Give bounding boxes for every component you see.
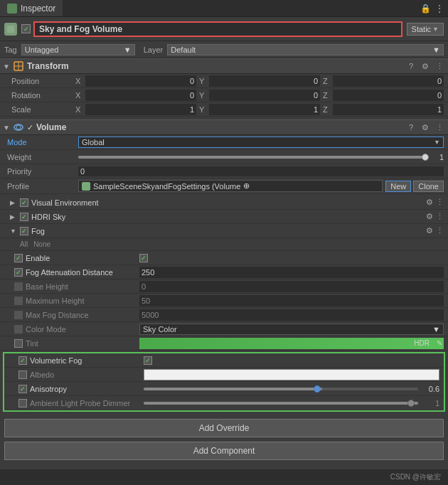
color-mode-arrow: ▼	[432, 325, 440, 334]
ambient-track[interactable]	[144, 402, 418, 405]
position-label: Position	[11, 77, 75, 85]
checkmark-icon: ✓	[23, 26, 29, 33]
fog-tint-label: Tint	[26, 339, 139, 348]
new-profile-button[interactable]: New	[385, 181, 411, 192]
rotation-x-input[interactable]	[85, 90, 196, 101]
fog-aniso-cb[interactable]: ✓	[18, 385, 27, 393]
fog-max-dist-cb[interactable]	[14, 311, 23, 319]
fog-enable-label: Enable	[26, 254, 139, 262]
hdri-sky-checkbox[interactable]: ✓	[20, 213, 28, 221]
static-dropdown-arrow: ▼	[432, 26, 439, 33]
visual-env-checkbox[interactable]: ✓	[20, 198, 28, 207]
aniso-track[interactable]	[144, 388, 418, 390]
visual-env-gear[interactable]: ⚙	[426, 198, 433, 207]
fog-tint-bar[interactable]: HDR ✎	[139, 338, 444, 349]
transform-menu-btn[interactable]: ⋮	[434, 60, 445, 72]
content-area[interactable]: ▼ Transform ? ⚙ ⋮ Position X	[0, 58, 448, 469]
visual-env-menu[interactable]: ⋮	[436, 198, 444, 207]
transform-help-btn[interactable]: ?	[405, 60, 417, 72]
volume-collapse-arrow[interactable]: ▼	[3, 124, 10, 132]
fog-ambient-label: Ambient Light Probe Dimmer	[30, 399, 144, 407]
inspector-tab-label: Inspector	[21, 4, 55, 14]
object-active-checkbox[interactable]: ✓	[21, 24, 31, 33]
priority-row: Priority	[0, 164, 448, 178]
fog-color-mode-cb[interactable]	[14, 325, 23, 334]
profile-asset-icon	[82, 182, 90, 191]
fog-color-mode-dropdown[interactable]: Sky Color ▼	[139, 324, 444, 335]
rotation-y-input[interactable]	[209, 90, 320, 101]
scale-xyz: X Y Z	[75, 104, 444, 115]
rotation-label: Rotation	[11, 91, 75, 100]
fog-albedo-cb[interactable]	[18, 371, 27, 379]
transform-section-icon	[13, 60, 24, 72]
fog-aniso-label: Anisotropy	[30, 385, 144, 393]
fog-max-height-row: Maximum Height	[0, 294, 448, 308]
fog-albedo-swatch[interactable]	[144, 369, 439, 380]
priority-input[interactable]	[78, 166, 444, 176]
fog-gear[interactable]: ⚙	[426, 226, 433, 235]
fog-base-height-cb[interactable]	[14, 282, 23, 291]
hdri-sky-arrow[interactable]: ▶	[10, 213, 17, 220]
volume-section-icon	[13, 122, 24, 133]
volume-section-title: Volume	[36, 122, 405, 132]
tag-layer-row: Tag Untagged ▼ Layer Default ▼	[0, 41, 448, 58]
position-z-input[interactable]	[333, 75, 444, 87]
position-x-input[interactable]	[85, 75, 196, 87]
lock-icon[interactable]: 🔒	[420, 4, 431, 14]
transform-collapse-arrow[interactable]: ▼	[3, 63, 10, 70]
profile-value-field[interactable]: SampleSceneSkyandFogSettings (Volume ⊕	[78, 180, 383, 192]
layer-dropdown[interactable]: Default ▼	[167, 44, 444, 55]
hdri-sky-gear[interactable]: ⚙	[426, 212, 433, 221]
fog-albedo-label: Albedo	[30, 371, 144, 379]
fog-base-height-row: Base Height	[0, 279, 448, 294]
static-button[interactable]: Static ▼	[407, 23, 444, 36]
fog-menu[interactable]: ⋮	[436, 226, 444, 235]
mode-dropdown[interactable]: Global ▼	[78, 137, 444, 148]
none-label[interactable]: None	[33, 240, 50, 248]
object-type-icon	[4, 23, 17, 36]
menu-icon[interactable]: ⋮	[434, 3, 444, 14]
vol-fog-value-area: ✓	[144, 356, 439, 365]
clone-profile-button[interactable]: Clone	[413, 181, 444, 192]
fog-max-height-cb[interactable]	[14, 297, 23, 305]
mode-dropdown-arrow: ▼	[434, 139, 440, 146]
scale-y-input[interactable]	[209, 104, 320, 115]
rotation-z-input[interactable]	[333, 90, 444, 101]
hdri-sky-label: HDRI Sky	[31, 213, 423, 221]
rotation-xyz: X Y Z	[75, 90, 444, 101]
tag-dropdown[interactable]: Untagged ▼	[21, 44, 135, 55]
all-label[interactable]: All	[20, 240, 28, 248]
transform-section-icons: ? ⚙ ⋮	[405, 60, 445, 72]
transform-settings-btn[interactable]: ⚙	[420, 60, 431, 72]
add-override-area: Add Override	[0, 415, 448, 439]
transform-section-header: ▼ Transform ? ⚙ ⋮	[0, 58, 448, 74]
fog-ambient-cb[interactable]	[18, 399, 27, 407]
add-component-button[interactable]: Add Component	[4, 442, 444, 460]
fog-arrow[interactable]: ▼	[10, 228, 17, 235]
scale-z-input[interactable]	[333, 104, 444, 115]
weight-track[interactable]	[78, 156, 425, 159]
fog-atten-input[interactable]	[139, 267, 444, 278]
vol-fog-checkbox[interactable]: ✓	[18, 356, 27, 365]
fog-base-height-input	[139, 281, 444, 292]
add-override-button[interactable]: Add Override	[4, 419, 444, 437]
scale-row: Scale X Y Z	[0, 102, 448, 117]
hdri-sky-menu[interactable]: ⋮	[436, 212, 444, 221]
scale-x-input[interactable]	[85, 104, 196, 115]
fog-tint-cb[interactable]	[14, 339, 23, 348]
fog-atten-checkbox[interactable]: ✓	[14, 268, 23, 277]
object-name-field[interactable]: Sky and Fog Volume	[33, 21, 402, 37]
fog-enable-checkbox[interactable]: ✓	[14, 254, 23, 262]
visual-env-arrow[interactable]: ▶	[10, 199, 17, 206]
position-y-input[interactable]	[209, 75, 320, 87]
inspector-tab[interactable]: Inspector	[0, 0, 63, 16]
priority-label: Priority	[7, 167, 78, 176]
fog-enable-row: ✓ Enable ✓	[0, 251, 448, 265]
volume-menu-btn[interactable]: ⋮	[434, 122, 445, 133]
weight-label: Weight	[7, 153, 78, 161]
position-row: Position X Y Z	[0, 74, 448, 88]
tint-edit-btn[interactable]: ✎	[437, 339, 442, 347]
volume-help-btn[interactable]: ?	[405, 122, 417, 133]
fog-checkbox[interactable]: ✓	[20, 227, 28, 235]
volume-settings-btn[interactable]: ⚙	[420, 122, 431, 133]
